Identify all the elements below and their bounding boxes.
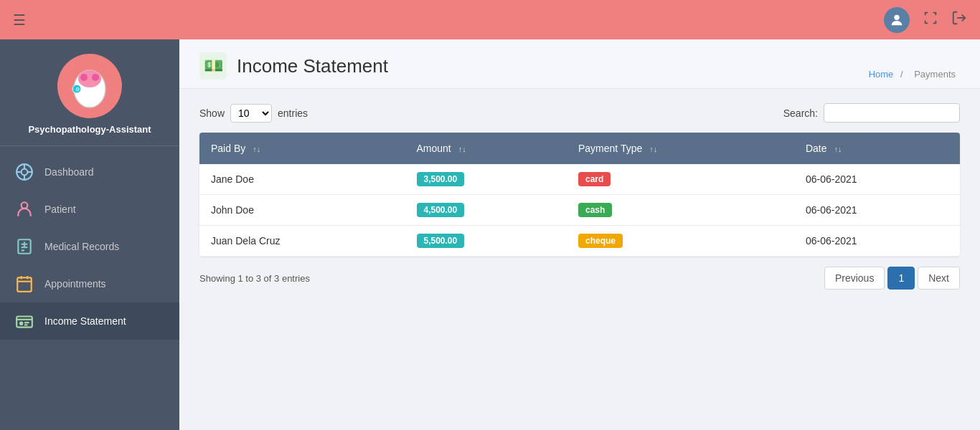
payment-type-badge-0: card xyxy=(578,172,611,186)
cell-amount-0: 3,500.00 xyxy=(405,164,567,195)
breadcrumb: Home / Payments xyxy=(869,69,960,80)
table-row: John Doe 4,500.00 cash 06-06-2021 xyxy=(199,195,960,226)
svg-point-5 xyxy=(80,74,88,81)
svg-rect-21 xyxy=(17,277,32,292)
hamburger-icon[interactable]: ☰ xyxy=(13,11,26,29)
svg-point-15 xyxy=(22,202,28,209)
sort-payment-type-icon: ↑↓ xyxy=(649,145,657,153)
cell-paid-by-0: Jane Doe xyxy=(199,164,405,195)
col-paid-by[interactable]: Paid By ↑↓ xyxy=(199,133,405,164)
user-avatar[interactable] xyxy=(884,7,910,33)
sidebar-item-appointments[interactable]: Appointments xyxy=(0,265,179,302)
sidebar-item-income-statement[interactable]: Income Statement xyxy=(0,302,179,340)
previous-button[interactable]: Previous xyxy=(824,267,885,290)
page-1-button[interactable]: 1 xyxy=(887,267,915,290)
sidebar-label-patient: Patient xyxy=(44,204,76,215)
header-left: ☰ xyxy=(13,11,26,29)
next-button[interactable]: Next xyxy=(918,267,960,290)
svg-point-27 xyxy=(20,322,22,325)
top-header: ☰ xyxy=(0,0,980,39)
show-entries: Show 10 25 50 100 entries xyxy=(199,104,308,123)
table-row: Juan Dela Cruz 5,500.00 cheque 06-06-202… xyxy=(199,226,960,257)
sidebar-label-medical-records: Medical Records xyxy=(44,241,119,252)
entries-label: entries xyxy=(278,108,308,119)
header-right xyxy=(884,7,967,33)
cell-date-0: 06-06-2021 xyxy=(794,164,960,195)
cell-amount-1: 4,500.00 xyxy=(405,195,567,226)
dashboard-icon xyxy=(14,162,34,182)
sidebar: ⚙ Psychopathology-Assistant xyxy=(0,39,179,430)
sidebar-label-income-statement: Income Statement xyxy=(44,315,126,327)
cell-date-2: 06-06-2021 xyxy=(794,226,960,257)
svg-point-10 xyxy=(22,169,28,176)
col-payment-type[interactable]: Payment Type ↑↓ xyxy=(567,133,794,164)
table-body: Jane Doe 3,500.00 card 06-06-2021 John D… xyxy=(199,164,960,257)
appointments-icon xyxy=(14,274,34,294)
logo-image: ⚙ xyxy=(57,54,122,118)
col-amount[interactable]: Amount ↑↓ xyxy=(405,133,567,164)
sort-paid-by-icon: ↑↓ xyxy=(253,145,260,153)
table-header: Paid By ↑↓ Amount ↑↓ Payment Type ↑↓ D xyxy=(199,133,960,164)
sort-date-icon: ↑↓ xyxy=(834,145,842,153)
page-header: 💵 Income Statement Home / Payments xyxy=(179,39,980,89)
payment-type-badge-2: cheque xyxy=(578,234,623,248)
page-title-icon: 💵 xyxy=(199,52,227,80)
sort-amount-icon: ↑↓ xyxy=(458,145,466,153)
sidebar-item-patient[interactable]: Patient xyxy=(0,191,179,228)
cell-payment-type-2: cheque xyxy=(567,226,794,257)
sidebar-logo: ⚙ Psychopathology-Assistant xyxy=(0,39,179,146)
breadcrumb-separator: / xyxy=(900,69,903,80)
search-input[interactable] xyxy=(824,103,960,123)
cell-amount-2: 5,500.00 xyxy=(405,226,567,257)
breadcrumb-current: Payments xyxy=(914,69,956,80)
cell-paid-by-2: Juan Dela Cruz xyxy=(199,226,405,257)
medical-records-icon xyxy=(14,236,34,257)
breadcrumb-home[interactable]: Home xyxy=(869,69,894,80)
sidebar-label-appointments: Appointments xyxy=(44,278,106,290)
amount-badge-0: 3,500.00 xyxy=(417,172,465,186)
sidebar-item-dashboard[interactable]: Dashboard xyxy=(0,153,179,191)
logout-icon[interactable] xyxy=(951,10,967,30)
fullscreen-icon[interactable] xyxy=(923,10,938,30)
cell-paid-by-1: John Doe xyxy=(199,195,405,226)
payment-type-badge-1: cash xyxy=(578,203,612,217)
svg-point-0 xyxy=(894,14,899,19)
pagination-row: Showing 1 to 3 of 3 entries Previous 1 N… xyxy=(199,267,960,290)
table-controls: Show 10 25 50 100 entries Search: xyxy=(199,103,960,123)
show-label: Show xyxy=(199,108,225,119)
main-layout: ⚙ Psychopathology-Assistant xyxy=(0,39,980,430)
amount-badge-2: 5,500.00 xyxy=(417,234,465,248)
col-date[interactable]: Date ↑↓ xyxy=(794,133,960,164)
cell-payment-type-1: cash xyxy=(567,195,794,226)
sidebar-title: Psychopathology-Assistant xyxy=(28,124,151,135)
patient-icon xyxy=(14,199,34,219)
page-title-row: 💵 Income Statement xyxy=(199,52,388,80)
data-table: Paid By ↑↓ Amount ↑↓ Payment Type ↑↓ D xyxy=(199,133,960,257)
sidebar-item-medical-records[interactable]: Medical Records xyxy=(0,228,179,265)
page-title: Income Statement xyxy=(237,55,388,77)
entries-select[interactable]: 10 25 50 100 xyxy=(230,104,272,123)
table-area: Show 10 25 50 100 entries Search: xyxy=(179,89,980,430)
search-box: Search: xyxy=(783,103,960,123)
pagination: Previous 1 Next xyxy=(824,267,960,290)
table-row: Jane Doe 3,500.00 card 06-06-2021 xyxy=(199,164,960,195)
cell-payment-type-0: card xyxy=(567,164,794,195)
search-label: Search: xyxy=(783,108,818,119)
sidebar-label-dashboard: Dashboard xyxy=(44,166,94,178)
content-area: 💵 Income Statement Home / Payments Show … xyxy=(179,39,980,430)
sidebar-nav: Dashboard Patient xyxy=(0,146,179,347)
svg-point-6 xyxy=(92,74,99,81)
income-statement-icon xyxy=(14,311,34,331)
svg-text:⚙: ⚙ xyxy=(75,87,80,92)
showing-text: Showing 1 to 3 of 3 entries xyxy=(199,273,310,284)
cell-date-1: 06-06-2021 xyxy=(794,195,960,226)
amount-badge-1: 4,500.00 xyxy=(417,203,465,217)
